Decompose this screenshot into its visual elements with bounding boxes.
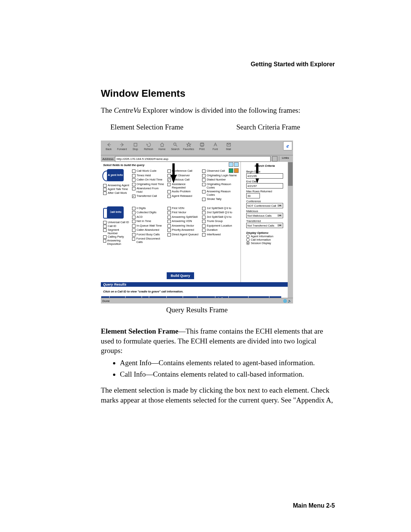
home-icon <box>159 142 166 147</box>
agent-info-ribbon[interactable]: Agent Info <box>107 169 124 181</box>
address-dropdown-button[interactable] <box>272 156 277 161</box>
bullet-agent-info: Agent Info—Contains elements related to … <box>120 359 335 367</box>
field-checkbox[interactable]: Segment Number <box>103 228 130 235</box>
field-checkbox[interactable]: ii Digits <box>132 206 165 210</box>
bullet-call-info: Call Info—Contains elements related to c… <box>120 370 335 379</box>
intro-text: The CentreVu Explorer window is divided … <box>101 106 335 115</box>
toolbar-forward-button[interactable]: Forward <box>115 141 129 155</box>
conference-label: Conference <box>246 200 283 203</box>
toolbar-home-button[interactable]: Home <box>155 141 169 155</box>
transferred-select[interactable]: Not Transferred Calls▼ <box>246 223 283 228</box>
begin-date-input[interactable]: 4/21/95 <box>246 173 283 179</box>
field-checkbox[interactable]: Equipment Location <box>202 224 238 228</box>
build-query-button[interactable]: Build Query <box>167 272 194 279</box>
field-checkbox[interactable]: Interflowed <box>202 233 238 236</box>
field-checkbox[interactable]: Last Observer <box>167 174 200 177</box>
field-checkbox[interactable]: Caller Abandoned <box>132 228 165 232</box>
field-checkbox[interactable]: Priority Answered <box>167 228 200 232</box>
field-checkbox[interactable]: Stroke Tally <box>202 197 238 201</box>
element-selection-frame: Select fields to build the query Agent I… <box>101 162 241 282</box>
toolbar-font-button[interactable]: Font <box>209 141 222 155</box>
field-checkbox[interactable]: Assistance Requested <box>167 182 200 189</box>
field-checkbox[interactable]: Answering Agent <box>103 184 130 187</box>
toolbar-search-button[interactable]: Search <box>169 141 182 155</box>
field-checkbox[interactable]: Answering Reason Codes <box>202 190 238 197</box>
field-checkbox[interactable]: Answering Disposition <box>103 239 130 246</box>
field-checkbox[interactable]: 1st Split/Skill Q'd to <box>202 206 238 210</box>
field-checkbox[interactable]: Originating Reason Codes <box>202 182 238 189</box>
label-element-selection: Element Selection Frame <box>110 123 183 131</box>
field-checkbox[interactable]: Times Held <box>132 174 165 177</box>
field-checkbox[interactable]: Originating Login Name <box>202 174 238 177</box>
field-checkbox[interactable]: Answering Split/Skill <box>167 215 200 219</box>
field-checkbox[interactable]: ACD <box>132 215 165 219</box>
address-label: Address <box>102 157 113 161</box>
scrollbar[interactable] <box>288 162 293 298</box>
begin-date-label: Begin Date <box>246 170 283 173</box>
toolbar-print-button[interactable]: Print <box>195 141 209 155</box>
conference-select[interactable]: NOT Conferenced Call▼ <box>246 203 283 208</box>
field-checkbox[interactable]: Duration <box>202 228 238 232</box>
field-checkbox[interactable]: Agent Talk Time <box>103 187 130 191</box>
end-date-label: End Date <box>246 180 283 183</box>
field-checkbox[interactable]: Trunk Group <box>202 219 238 223</box>
label-query-results: Query Results Frame <box>101 306 293 314</box>
field-checkbox[interactable]: Universal Call ID <box>103 220 130 224</box>
transferred-label: Transferred <box>246 219 283 223</box>
field-checkbox[interactable]: First VDN <box>167 206 200 210</box>
malicious-select[interactable]: Not Malicious Calls▼ <box>246 213 283 218</box>
print-icon <box>199 142 206 147</box>
field-checkbox[interactable]: 3rd Split/Skill Q'd to <box>202 215 238 219</box>
max-rows-input[interactable]: 30 <box>246 193 260 198</box>
closing-text: The element selection is made by clickin… <box>101 385 335 405</box>
field-checkbox[interactable]: 2nd Split/Skill Q'd to <box>202 211 238 214</box>
field-checkbox[interactable]: After Call Work <box>103 191 130 195</box>
field-checkbox[interactable]: ✓Transferred Call <box>132 194 165 198</box>
toolbar-refresh-button[interactable]: Refresh <box>142 141 155 155</box>
field-checkbox[interactable]: Forced Disconnect Calls <box>132 237 165 244</box>
field-checkbox[interactable]: Agent Released <box>167 194 200 198</box>
field-checkbox[interactable]: Call ID <box>103 224 130 228</box>
max-rows-label: Max Rows Returned <box>246 190 283 193</box>
field-checkbox[interactable]: In-Queue Wait Time <box>132 224 165 228</box>
field-checkbox[interactable]: Conference Call <box>167 169 200 173</box>
field-checkbox[interactable]: Forced Busy Calls <box>132 233 165 236</box>
field-checkbox[interactable]: Answering VDN <box>167 219 200 223</box>
field-checkbox[interactable]: First Vector <box>167 211 200 214</box>
field-checkbox[interactable]: Audio Problem <box>167 190 200 193</box>
arrow-right-icon <box>119 142 126 147</box>
field-checkbox[interactable]: Direct Agent Queued <box>167 233 200 236</box>
page-title: Window Elements <box>101 88 335 99</box>
field-checkbox[interactable]: Answering Vector <box>167 224 200 228</box>
toolbar-back-button[interactable]: Back <box>102 141 115 155</box>
field-checkbox[interactable]: Caller-On Hold Time <box>132 178 165 182</box>
status-bar: Done🌐 🔊 <box>101 298 293 304</box>
font-icon <box>212 142 219 147</box>
toolbar-favorites-button[interactable]: Favorites <box>182 141 195 155</box>
toolbar-mail-button[interactable]: Mail <box>222 141 235 155</box>
display-option-radio[interactable]: Session Display <box>246 241 283 245</box>
call-info-ribbon[interactable]: Call Info <box>107 206 124 219</box>
ie-toolbar: BackForwardStopRefreshHomeSearchFavorite… <box>101 141 293 155</box>
sel-frame-title: Select fields to build the query <box>103 163 238 167</box>
display-option-radio[interactable]: Call Information <box>246 238 283 241</box>
field-checkbox[interactable]: Net In Time <box>132 219 165 223</box>
end-date-input[interactable]: 4/21/97 <box>246 183 283 189</box>
display-options-title: Display Options: <box>246 231 283 235</box>
field-checkbox[interactable]: Call Work Code <box>132 169 165 173</box>
field-checkbox[interactable]: Originating Hold Time <box>132 182 165 186</box>
field-checkbox[interactable]: Collected Digits <box>132 211 165 214</box>
doc-header: Getting Started with Explorer <box>251 61 335 68</box>
mini-palette <box>228 162 244 174</box>
links-button[interactable]: Links <box>279 156 292 161</box>
toolbar-stop-button[interactable]: Stop <box>129 141 142 155</box>
search-icon <box>172 142 179 147</box>
field-checkbox[interactable]: Calling Party <box>103 235 130 239</box>
address-input[interactable]: http://205.170.184.5:15000/Frame.asp <box>115 156 271 162</box>
field-checkbox[interactable]: Abandoned From Hold <box>132 187 165 193</box>
field-checkbox[interactable]: ✓Malicious Call <box>167 178 200 182</box>
malicious-label: Malicious <box>246 209 283 213</box>
arrow-left-icon <box>105 142 112 147</box>
display-option-radio[interactable]: Agent Information <box>246 235 283 238</box>
field-checkbox[interactable]: Dialed Number <box>202 178 238 182</box>
